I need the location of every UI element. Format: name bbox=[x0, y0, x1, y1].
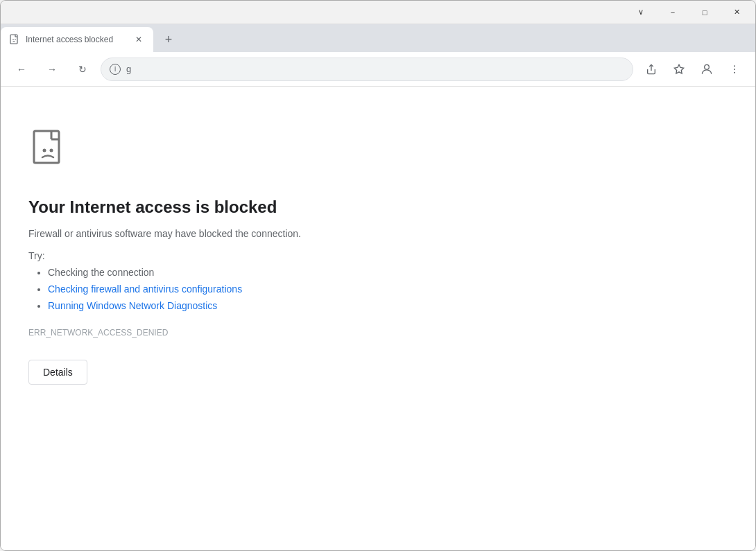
back-icon: ← bbox=[17, 64, 26, 75]
refresh-icon: ↻ bbox=[78, 64, 87, 75]
forward-icon: → bbox=[47, 64, 57, 75]
svg-point-3 bbox=[12, 39, 14, 40]
new-tab-button[interactable]: + bbox=[156, 27, 181, 52]
menu-icon bbox=[729, 64, 740, 75]
info-label: i bbox=[114, 65, 116, 73]
svg-point-15 bbox=[50, 149, 53, 152]
browser-window: ∨ − □ ✕ Internet access blocked ✕ + ← bbox=[0, 0, 756, 551]
tab-title: Internet access blocked bbox=[26, 35, 127, 44]
svg-rect-11 bbox=[34, 131, 59, 163]
try-label: Try: bbox=[28, 250, 755, 261]
svg-point-9 bbox=[734, 69, 735, 70]
svg-point-7 bbox=[705, 64, 710, 69]
refresh-button[interactable]: ↻ bbox=[70, 57, 95, 82]
account-button[interactable] bbox=[694, 57, 719, 82]
maximize-button[interactable]: □ bbox=[689, 1, 721, 24]
menu-button[interactable] bbox=[722, 57, 747, 82]
bookmark-icon bbox=[673, 64, 685, 75]
details-button[interactable]: Details bbox=[28, 360, 87, 385]
firewall-link[interactable]: Checking firewall and antivirus configur… bbox=[48, 283, 242, 295]
share-button[interactable] bbox=[639, 57, 664, 82]
svg-point-10 bbox=[734, 71, 735, 73]
titlebar: ∨ − □ ✕ bbox=[1, 1, 755, 24]
svg-point-8 bbox=[734, 65, 735, 67]
svg-point-4 bbox=[15, 39, 16, 40]
svg-point-14 bbox=[43, 149, 46, 152]
svg-rect-0 bbox=[10, 35, 17, 44]
svg-marker-6 bbox=[674, 64, 683, 73]
list-item: Checking firewall and antivirus configur… bbox=[48, 283, 755, 295]
diagnostics-link[interactable]: Running Windows Network Diagnostics bbox=[48, 300, 217, 311]
bookmark-button[interactable] bbox=[667, 57, 691, 82]
error-subtitle: Firewall or antivirus software may have … bbox=[28, 228, 755, 239]
close-button[interactable]: ✕ bbox=[721, 1, 753, 24]
nav-right-controls bbox=[639, 57, 747, 82]
titlebar-controls: ∨ − □ ✕ bbox=[625, 1, 753, 24]
forward-button[interactable]: → bbox=[40, 57, 65, 82]
tabbar: Internet access blocked ✕ + bbox=[1, 24, 755, 52]
tab-favicon-icon bbox=[9, 34, 20, 45]
suggestion-text-1: Checking the connection bbox=[48, 267, 154, 278]
list-item: Running Windows Network Diagnostics bbox=[48, 300, 755, 311]
address-bar[interactable]: i g bbox=[101, 58, 633, 81]
tab-close-button[interactable]: ✕ bbox=[132, 33, 145, 46]
account-icon bbox=[700, 62, 714, 76]
address-text: g bbox=[126, 64, 624, 74]
suggestions-list: Checking the connection Checking firewal… bbox=[28, 267, 755, 311]
minimize-button[interactable]: − bbox=[657, 1, 689, 24]
active-tab[interactable]: Internet access blocked ✕ bbox=[1, 27, 153, 52]
error-title: Your Internet access is blocked bbox=[28, 198, 755, 217]
error-code: ERR_NETWORK_ACCESS_DENIED bbox=[28, 328, 755, 338]
navbar: ← → ↻ i g bbox=[1, 52, 755, 87]
share-icon bbox=[646, 64, 657, 75]
page-content: Your Internet access is blocked Firewall… bbox=[1, 87, 755, 550]
list-item: Checking the connection bbox=[48, 267, 755, 278]
back-button[interactable]: ← bbox=[9, 57, 34, 82]
collapse-button[interactable]: ∨ bbox=[625, 1, 657, 24]
security-info-icon[interactable]: i bbox=[110, 64, 121, 75]
error-page-icon bbox=[28, 128, 73, 173]
